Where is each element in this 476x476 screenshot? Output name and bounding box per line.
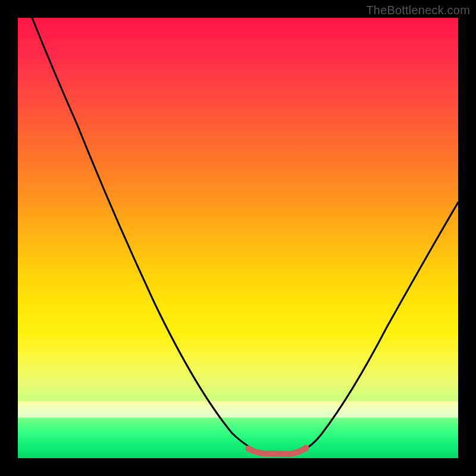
bottleneck-curve bbox=[32, 18, 458, 454]
trough-end-dot-right bbox=[303, 445, 309, 452]
attribution-text: TheBottleneck.com bbox=[366, 4, 470, 17]
chart-frame bbox=[18, 18, 458, 458]
chart-svg-layer bbox=[18, 18, 458, 458]
trough-end-dot-left bbox=[246, 446, 252, 452]
trough-highlight bbox=[249, 448, 306, 454]
